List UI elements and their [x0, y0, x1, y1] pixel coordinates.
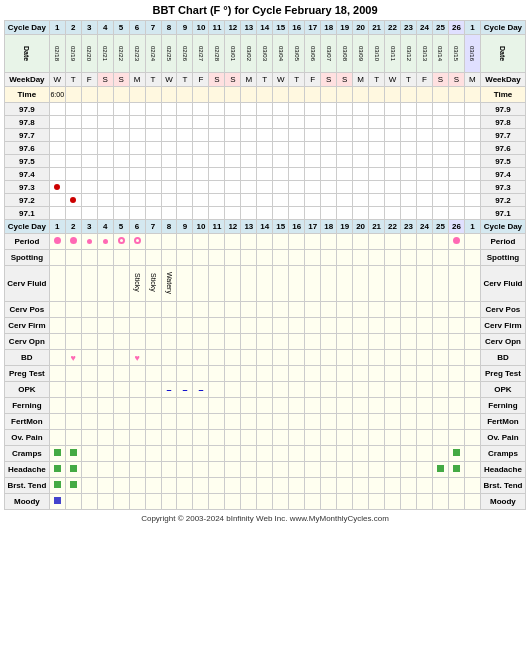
- period-dot-4: [103, 239, 108, 244]
- headache-label-right: Headache: [480, 462, 525, 478]
- period-row: Period Period: [5, 234, 526, 250]
- period-dot-26: [453, 237, 460, 244]
- period-dot-6: [134, 237, 141, 244]
- temp-row-973: 97.3 97.3: [5, 181, 526, 194]
- headache-sq-2: [70, 465, 77, 472]
- opk-dash-10: –: [198, 385, 203, 395]
- weekday-row: WeekDay W T F S S M T W T F S S M T W T …: [5, 73, 526, 87]
- spotting-row: Spotting Spotting: [5, 250, 526, 266]
- cramps-sq-2: [70, 449, 77, 456]
- period-dot-1: [54, 237, 61, 244]
- period-dot-3: [87, 239, 92, 244]
- opk-dash-8: –: [166, 385, 171, 395]
- bd-heart-6: ♥: [134, 353, 139, 363]
- chart-container: BBT Chart (F °) for Cycle February 18, 2…: [0, 0, 530, 527]
- ferning-row: Ferning Ferning: [5, 398, 526, 414]
- temp-dot-day2: [70, 197, 76, 203]
- headache-sq-25: [437, 465, 444, 472]
- temp-row-976: 97.6 97.6: [5, 142, 526, 155]
- cycle-day-label-right: Cycle Day: [480, 21, 525, 35]
- opk-row: OPK – – – OPK: [5, 382, 526, 398]
- cycle-day-label: Cycle Day: [5, 21, 50, 35]
- cerv-fluid-watery: Watery: [166, 272, 173, 294]
- temp-row-979: 97.9 97.9: [5, 103, 526, 116]
- cerv-fluid-sticky2: Sticky: [150, 273, 157, 292]
- temp-row-977: 97.7 97.7: [5, 129, 526, 142]
- temp-row-972: 97.2 97.2: [5, 194, 526, 207]
- cramps-sq-26: [453, 449, 460, 456]
- ov-pain-row: Ov. Pain Ov. Pain: [5, 430, 526, 446]
- cerv-fluid-sticky1: Sticky: [134, 273, 141, 292]
- date-row: Date 02/18 02/19 02/20 02/21 02/22 02/23…: [5, 35, 526, 73]
- period-dot-5: [118, 237, 125, 244]
- bbt-chart: Cycle Day 1 2 3 4 5 6 7 8 9 10 11 12 13 …: [4, 20, 526, 510]
- cerv-opn-row: Cerv Opn Cerv Opn: [5, 334, 526, 350]
- time-row: Time 6:00: [5, 87, 526, 103]
- fertmon-row: FertMon FertMon: [5, 414, 526, 430]
- brst-tend-row: Brst. Tend Brst. Tend: [5, 478, 526, 494]
- temp-dot-day1: [54, 184, 60, 190]
- cramps-row: Cramps Cramps: [5, 446, 526, 462]
- footer: Copyright © 2003-2024 bInfinity Web Inc.…: [4, 514, 526, 523]
- preg-test-row: Preg Test Preg Test: [5, 366, 526, 382]
- headache-sq-26: [453, 465, 460, 472]
- opk-dash-9: –: [182, 385, 187, 395]
- period-dot-2: [70, 237, 77, 244]
- moody-row: Moody Moody: [5, 494, 526, 510]
- cerv-fluid-row: Cerv Fluid Sticky Sticky Watery Cerv Flu…: [5, 266, 526, 302]
- cerv-firm-row: Cerv Firm Cerv Firm: [5, 318, 526, 334]
- cramps-sq-1: [54, 449, 61, 456]
- moody-sq-1: [54, 497, 61, 504]
- temp-row-971: 97.1 97.1: [5, 207, 526, 220]
- bd-row: BD ♥ ♥ BD: [5, 350, 526, 366]
- headache-sq-1: [54, 465, 61, 472]
- brsttend-sq-1: [54, 481, 61, 488]
- brsttend-sq-2: [70, 481, 77, 488]
- temp-row-975: 97.5 97.5: [5, 155, 526, 168]
- chart-title: BBT Chart (F °) for Cycle February 18, 2…: [4, 4, 526, 16]
- temp-row-978: 97.8 97.8: [5, 116, 526, 129]
- bd-heart-2: ♥: [71, 353, 76, 363]
- cycle-day-section-row: Cycle Day 123456789101112131415161718192…: [5, 220, 526, 234]
- temp-row-974: 97.4 97.4: [5, 168, 526, 181]
- cerv-pos-row: Cerv Pos Cerv Pos: [5, 302, 526, 318]
- headache-row: Headache Headache: [5, 462, 526, 478]
- cycle-day-row: Cycle Day 1 2 3 4 5 6 7 8 9 10 11 12 13 …: [5, 21, 526, 35]
